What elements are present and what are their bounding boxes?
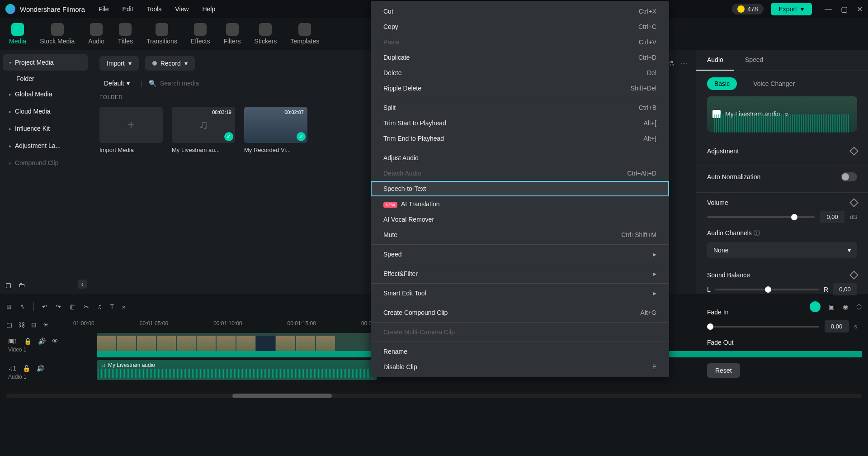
tab-stickers[interactable]: Stickers bbox=[255, 23, 277, 45]
close-button[interactable]: ✕ bbox=[857, 5, 863, 14]
ctx-speed[interactable]: Speed▸ bbox=[371, 247, 669, 262]
mute-icon[interactable]: 🔊 bbox=[38, 337, 46, 345]
ctx-rename[interactable]: Rename bbox=[371, 344, 669, 359]
auto-normalization-toggle[interactable] bbox=[841, 172, 857, 181]
ctx-adjust-audio[interactable]: Adjust Audio bbox=[371, 150, 669, 166]
volume-label: Volume bbox=[707, 199, 728, 206]
sort-select[interactable]: Default▾ bbox=[99, 77, 134, 90]
render-icon[interactable]: ◉ bbox=[843, 303, 848, 310]
ctx-trim-end-to-playhead[interactable]: Trim End to PlayheadAlt+] bbox=[371, 131, 669, 146]
balance-slider[interactable] bbox=[715, 289, 819, 290]
magnet-icon[interactable]: ☀ bbox=[43, 321, 49, 328]
fade-in-value[interactable]: 0,00 bbox=[825, 320, 849, 332]
more-icon[interactable]: ⋯ bbox=[681, 60, 687, 67]
volume-slider[interactable] bbox=[707, 216, 815, 218]
lock-icon[interactable]: 🔒 bbox=[23, 365, 30, 372]
keyframe-icon[interactable] bbox=[849, 198, 859, 207]
tab-transitions[interactable]: Transitions bbox=[146, 23, 177, 45]
sidebar-influence-kit[interactable]: ▸Influence Kit bbox=[3, 120, 88, 137]
ctx-delete[interactable]: DeleteDel bbox=[371, 65, 669, 81]
subtab-voice-changer[interactable]: Voice Changer bbox=[746, 77, 802, 90]
text-icon[interactable]: T bbox=[110, 303, 114, 310]
record-button[interactable]: Record▾ bbox=[145, 56, 195, 71]
lock-icon[interactable]: 🔒 bbox=[24, 337, 32, 345]
sidebar-adjustment-layer[interactable]: ▸Adjustment La... bbox=[3, 138, 88, 154]
ctx-trim-start-to-playhead[interactable]: Trim Start to PlayheadAlt+[ bbox=[371, 115, 669, 131]
credits-badge[interactable]: 478 bbox=[732, 4, 763, 14]
ctx-duplicate[interactable]: DuplicateCtrl+D bbox=[371, 50, 669, 65]
menu-help[interactable]: Help bbox=[202, 5, 215, 13]
fade-in-slider[interactable] bbox=[707, 326, 819, 328]
visibility-icon[interactable]: 👁 bbox=[52, 337, 58, 345]
rpanel-tab-audio[interactable]: Audio bbox=[696, 50, 734, 71]
ctx-create-compound-clip[interactable]: Create Compound ClipAlt+G bbox=[371, 305, 669, 320]
sidebar-folder[interactable]: Folder bbox=[3, 71, 88, 86]
ctx-cut[interactable]: CutCtrl+X bbox=[371, 4, 669, 19]
mute-icon[interactable]: 🔊 bbox=[37, 365, 44, 372]
import-button[interactable]: Import▾ bbox=[99, 56, 139, 71]
ai-avatar-icon[interactable] bbox=[810, 301, 821, 312]
snap-icon[interactable]: ⊟ bbox=[31, 321, 37, 328]
ctx-effect-filter[interactable]: Effect&Filter▸ bbox=[371, 266, 669, 281]
more-tools-icon[interactable]: » bbox=[122, 303, 126, 310]
timeline-ruler[interactable]: 01:00:00 00:01:05:00 00:01:10:00 00:01:1… bbox=[55, 320, 375, 327]
menu-view[interactable]: View bbox=[175, 5, 189, 13]
ctx-smart-edit-tool[interactable]: Smart Edit Tool▸ bbox=[371, 285, 669, 301]
sidebar-cloud-media[interactable]: ▸Cloud Media bbox=[3, 103, 88, 119]
timeline-scrollbar[interactable] bbox=[6, 394, 862, 398]
ctx-split[interactable]: SplitCtrl+B bbox=[371, 100, 669, 115]
music-icon[interactable]: ♫ bbox=[97, 303, 102, 310]
audio-waveform-preview[interactable]: My Livestram audio ○ bbox=[707, 96, 857, 132]
tab-stock-media[interactable]: Stock Media bbox=[40, 23, 75, 45]
check-icon: ✓ bbox=[297, 132, 306, 141]
redo-button[interactable]: ↷ bbox=[56, 303, 61, 310]
import-media-card[interactable]: + Import Media bbox=[99, 107, 163, 153]
filter-icon[interactable]: ⚗ bbox=[669, 60, 675, 67]
tab-audio[interactable]: Audio bbox=[88, 23, 104, 45]
export-button[interactable]: Export ▾ bbox=[771, 3, 812, 15]
ctx-ai-vocal-remover[interactable]: AI Vocal Remover bbox=[371, 212, 669, 227]
new-folder-icon[interactable]: 🗀 bbox=[19, 281, 25, 289]
maximize-button[interactable]: ▢ bbox=[841, 5, 848, 14]
minimize-button[interactable]: — bbox=[825, 5, 832, 14]
undo-button[interactable]: ↶ bbox=[42, 303, 47, 310]
split-button[interactable]: ✂ bbox=[84, 303, 89, 310]
menu-tools[interactable]: Tools bbox=[147, 5, 162, 13]
balance-value[interactable]: 0,00 bbox=[833, 283, 857, 295]
pointer-icon[interactable]: ↖ bbox=[20, 303, 25, 310]
track-add-icon[interactable]: ▢ bbox=[6, 321, 12, 328]
tab-media[interactable]: Media bbox=[9, 23, 26, 45]
collapse-sidebar-button[interactable]: ‹ bbox=[78, 280, 87, 289]
link-icon[interactable]: ⛓ bbox=[19, 321, 25, 328]
ctx-ai-translation[interactable]: NEWAI Translation bbox=[371, 196, 669, 212]
new-bin-icon[interactable]: ▢ bbox=[5, 281, 11, 289]
tab-effects[interactable]: Effects bbox=[191, 23, 210, 45]
sidebar-global-media[interactable]: ▸Global Media bbox=[3, 86, 88, 102]
sidebar-project-media[interactable]: ▾Project Media bbox=[3, 54, 88, 71]
ctx-speech-to-text[interactable]: Speech-to-Text bbox=[371, 181, 669, 196]
tab-templates[interactable]: Templates bbox=[290, 23, 319, 45]
media-card[interactable]: ♫00:03:19✓ My Livestram au... bbox=[172, 107, 235, 153]
media-card[interactable]: 00:02:07✓ My Recorded Vi... bbox=[244, 107, 307, 153]
credits-value: 478 bbox=[747, 5, 758, 13]
menu-edit[interactable]: Edit bbox=[123, 5, 133, 13]
crop-icon[interactable]: ▣ bbox=[829, 303, 835, 310]
ctx-disable-clip[interactable]: Disable ClipE bbox=[371, 359, 669, 375]
volume-value[interactable]: 0,00 bbox=[820, 211, 844, 223]
ctx-copy[interactable]: CopyCtrl+C bbox=[371, 19, 669, 34]
audio-channels-select[interactable]: None▾ bbox=[707, 242, 857, 258]
delete-button[interactable]: 🗑 bbox=[69, 303, 75, 310]
keyframe-icon[interactable] bbox=[849, 147, 859, 156]
grid-icon[interactable]: ⊞ bbox=[6, 303, 12, 310]
ctx-ripple-delete[interactable]: Ripple DeleteShift+Del bbox=[371, 81, 669, 96]
rpanel-tab-speed[interactable]: Speed bbox=[734, 50, 774, 71]
ctx-mute[interactable]: MuteCtrl+Shift+M bbox=[371, 227, 669, 242]
sidebar-compound-clip[interactable]: ▸Compound Clip bbox=[3, 155, 88, 171]
tab-titles[interactable]: Titles bbox=[118, 23, 133, 45]
transitions-icon bbox=[156, 23, 168, 36]
keyframe-icon[interactable] bbox=[849, 271, 859, 280]
menu-file[interactable]: File bbox=[99, 5, 109, 13]
marker-icon[interactable]: ⬡ bbox=[856, 303, 862, 310]
tab-filters[interactable]: Filters bbox=[223, 23, 241, 45]
subtab-basic[interactable]: Basic bbox=[707, 77, 737, 90]
